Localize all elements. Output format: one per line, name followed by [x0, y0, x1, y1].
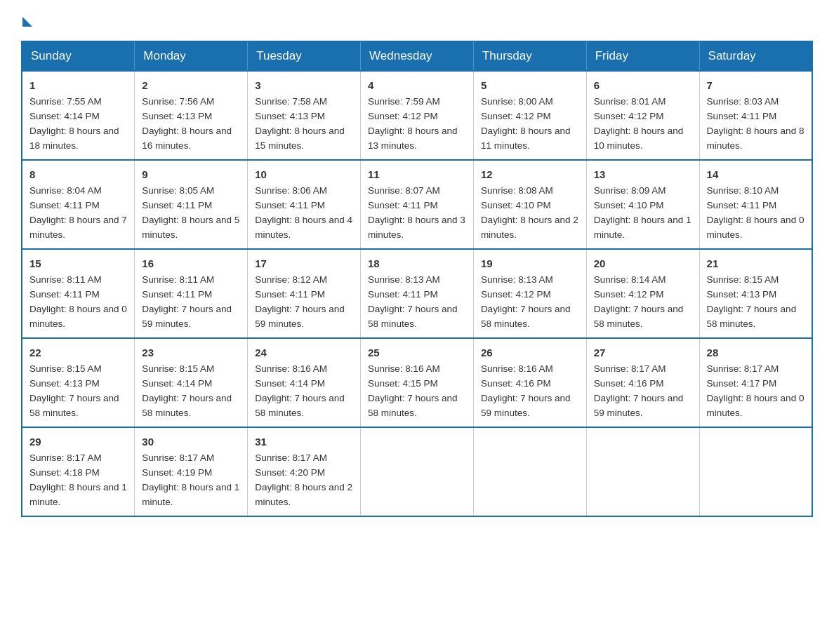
calendar-week-row: 1 Sunrise: 7:55 AMSunset: 4:14 PMDayligh…: [22, 71, 812, 160]
calendar-cell: 4 Sunrise: 7:59 AMSunset: 4:12 PMDayligh…: [361, 71, 474, 160]
calendar-cell: [699, 427, 812, 516]
day-number: 1: [29, 77, 127, 93]
calendar-week-row: 15 Sunrise: 8:11 AMSunset: 4:11 PMDaylig…: [22, 249, 812, 338]
calendar-cell: 11 Sunrise: 8:07 AMSunset: 4:11 PMDaylig…: [361, 160, 474, 249]
page-header: [21, 14, 813, 27]
calendar-cell: 29 Sunrise: 8:17 AMSunset: 4:18 PMDaylig…: [22, 427, 135, 516]
day-info: Sunrise: 8:09 AMSunset: 4:10 PMDaylight:…: [594, 185, 691, 240]
day-info: Sunrise: 8:10 AMSunset: 4:11 PMDaylight:…: [707, 185, 805, 240]
calendar-cell: 19 Sunrise: 8:13 AMSunset: 4:12 PMDaylig…: [473, 249, 586, 338]
calendar-cell: 20 Sunrise: 8:14 AMSunset: 4:12 PMDaylig…: [586, 249, 699, 338]
day-number: 4: [368, 77, 466, 93]
day-info: Sunrise: 8:17 AMSunset: 4:19 PMDaylight:…: [142, 452, 239, 507]
day-number: 16: [142, 255, 240, 271]
calendar-cell: 15 Sunrise: 8:11 AMSunset: 4:11 PMDaylig…: [22, 249, 135, 338]
day-info: Sunrise: 8:17 AMSunset: 4:18 PMDaylight:…: [29, 452, 127, 507]
day-number: 11: [368, 166, 466, 182]
day-info: Sunrise: 8:13 AMSunset: 4:12 PMDaylight:…: [481, 274, 571, 329]
day-info: Sunrise: 7:58 AMSunset: 4:13 PMDaylight:…: [255, 96, 345, 151]
day-number: 13: [594, 166, 692, 182]
calendar-cell: 5 Sunrise: 8:00 AMSunset: 4:12 PMDayligh…: [473, 71, 586, 160]
calendar-cell: 28 Sunrise: 8:17 AMSunset: 4:17 PMDaylig…: [699, 338, 812, 427]
day-number: 15: [29, 255, 127, 271]
calendar-week-row: 29 Sunrise: 8:17 AMSunset: 4:18 PMDaylig…: [22, 427, 812, 516]
weekday-header-monday: Monday: [135, 41, 248, 71]
weekday-header-thursday: Thursday: [473, 41, 586, 71]
day-info: Sunrise: 8:00 AMSunset: 4:12 PMDaylight:…: [481, 96, 571, 151]
day-info: Sunrise: 8:01 AMSunset: 4:12 PMDaylight:…: [594, 96, 684, 151]
day-number: 7: [707, 77, 805, 93]
weekday-header-sunday: Sunday: [22, 41, 135, 71]
day-number: 6: [594, 77, 692, 93]
day-info: Sunrise: 7:56 AMSunset: 4:13 PMDaylight:…: [142, 96, 232, 151]
calendar-cell: 16 Sunrise: 8:11 AMSunset: 4:11 PMDaylig…: [135, 249, 248, 338]
day-number: 9: [142, 166, 240, 182]
day-number: 27: [594, 344, 692, 361]
day-number: 10: [255, 166, 353, 182]
calendar-cell: 10 Sunrise: 8:06 AMSunset: 4:11 PMDaylig…: [248, 160, 361, 249]
day-info: Sunrise: 7:59 AMSunset: 4:12 PMDaylight:…: [368, 96, 458, 151]
calendar-cell: 22 Sunrise: 8:15 AMSunset: 4:13 PMDaylig…: [22, 338, 135, 427]
calendar-cell: [473, 427, 586, 516]
day-info: Sunrise: 8:11 AMSunset: 4:11 PMDaylight:…: [29, 274, 127, 329]
day-info: Sunrise: 8:05 AMSunset: 4:11 PMDaylight:…: [142, 185, 239, 240]
calendar-cell: 21 Sunrise: 8:15 AMSunset: 4:13 PMDaylig…: [699, 249, 812, 338]
calendar-cell: 6 Sunrise: 8:01 AMSunset: 4:12 PMDayligh…: [586, 71, 699, 160]
day-number: 14: [707, 166, 805, 182]
calendar-cell: 8 Sunrise: 8:04 AMSunset: 4:11 PMDayligh…: [22, 160, 135, 249]
day-info: Sunrise: 8:08 AMSunset: 4:10 PMDaylight:…: [481, 185, 578, 240]
day-info: Sunrise: 8:13 AMSunset: 4:11 PMDaylight:…: [368, 274, 458, 329]
day-info: Sunrise: 8:07 AMSunset: 4:11 PMDaylight:…: [368, 185, 465, 240]
calendar-cell: 12 Sunrise: 8:08 AMSunset: 4:10 PMDaylig…: [473, 160, 586, 249]
calendar-table: SundayMondayTuesdayWednesdayThursdayFrid…: [21, 41, 813, 517]
day-number: 12: [481, 166, 579, 182]
calendar-cell: 13 Sunrise: 8:09 AMSunset: 4:10 PMDaylig…: [586, 160, 699, 249]
day-number: 19: [481, 255, 579, 271]
weekday-header-saturday: Saturday: [699, 41, 812, 71]
day-number: 18: [368, 255, 466, 271]
weekday-header-wednesday: Wednesday: [361, 41, 474, 71]
calendar-cell: 14 Sunrise: 8:10 AMSunset: 4:11 PMDaylig…: [699, 160, 812, 249]
logo: [21, 14, 32, 27]
day-number: 23: [142, 344, 240, 361]
day-info: Sunrise: 8:11 AMSunset: 4:11 PMDaylight:…: [142, 274, 232, 329]
day-info: Sunrise: 8:17 AMSunset: 4:20 PMDaylight:…: [255, 452, 352, 507]
calendar-cell: [586, 427, 699, 516]
day-number: 5: [481, 77, 579, 93]
calendar-cell: 1 Sunrise: 7:55 AMSunset: 4:14 PMDayligh…: [22, 71, 135, 160]
day-info: Sunrise: 8:16 AMSunset: 4:15 PMDaylight:…: [368, 363, 458, 418]
calendar-cell: 27 Sunrise: 8:17 AMSunset: 4:16 PMDaylig…: [586, 338, 699, 427]
calendar-cell: [361, 427, 474, 516]
day-info: Sunrise: 8:14 AMSunset: 4:12 PMDaylight:…: [594, 274, 684, 329]
day-number: 22: [29, 344, 127, 361]
calendar-cell: 23 Sunrise: 8:15 AMSunset: 4:14 PMDaylig…: [135, 338, 248, 427]
calendar-week-row: 8 Sunrise: 8:04 AMSunset: 4:11 PMDayligh…: [22, 160, 812, 249]
day-number: 29: [29, 434, 127, 450]
calendar-cell: 25 Sunrise: 8:16 AMSunset: 4:15 PMDaylig…: [361, 338, 474, 427]
day-info: Sunrise: 8:15 AMSunset: 4:14 PMDaylight:…: [142, 363, 232, 418]
day-info: Sunrise: 8:06 AMSunset: 4:11 PMDaylight:…: [255, 185, 352, 240]
calendar-cell: 24 Sunrise: 8:16 AMSunset: 4:14 PMDaylig…: [248, 338, 361, 427]
day-info: Sunrise: 8:16 AMSunset: 4:16 PMDaylight:…: [481, 363, 571, 418]
day-number: 3: [255, 77, 353, 93]
day-number: 17: [255, 255, 353, 271]
calendar-cell: 31 Sunrise: 8:17 AMSunset: 4:20 PMDaylig…: [248, 427, 361, 516]
day-info: Sunrise: 8:16 AMSunset: 4:14 PMDaylight:…: [255, 363, 345, 418]
day-number: 2: [142, 77, 240, 93]
calendar-cell: 30 Sunrise: 8:17 AMSunset: 4:19 PMDaylig…: [135, 427, 248, 516]
calendar-cell: 2 Sunrise: 7:56 AMSunset: 4:13 PMDayligh…: [135, 71, 248, 160]
day-number: 31: [255, 434, 353, 450]
day-info: Sunrise: 8:17 AMSunset: 4:17 PMDaylight:…: [707, 363, 805, 418]
day-info: Sunrise: 8:17 AMSunset: 4:16 PMDaylight:…: [594, 363, 684, 418]
calendar-cell: 26 Sunrise: 8:16 AMSunset: 4:16 PMDaylig…: [473, 338, 586, 427]
day-number: 30: [142, 434, 240, 450]
calendar-cell: 18 Sunrise: 8:13 AMSunset: 4:11 PMDaylig…: [361, 249, 474, 338]
weekday-header-friday: Friday: [586, 41, 699, 71]
day-number: 8: [29, 166, 127, 182]
day-info: Sunrise: 8:15 AMSunset: 4:13 PMDaylight:…: [29, 363, 119, 418]
calendar-header-row: SundayMondayTuesdayWednesdayThursdayFrid…: [22, 41, 812, 71]
day-info: Sunrise: 8:15 AMSunset: 4:13 PMDaylight:…: [707, 274, 797, 329]
calendar-cell: 9 Sunrise: 8:05 AMSunset: 4:11 PMDayligh…: [135, 160, 248, 249]
calendar-cell: 17 Sunrise: 8:12 AMSunset: 4:11 PMDaylig…: [248, 249, 361, 338]
logo-arrow-icon: [22, 17, 32, 27]
